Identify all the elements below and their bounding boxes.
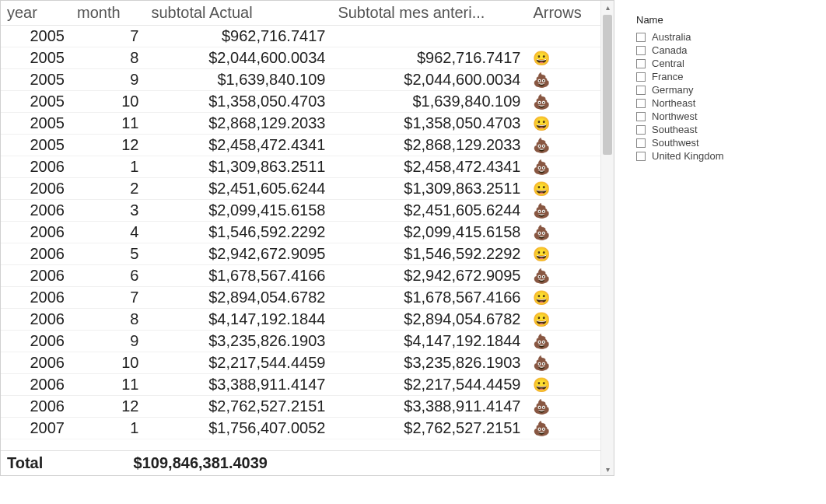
col-header-year[interactable]: year: [1, 1, 71, 26]
table-row[interactable]: 200612$2,762,527.2151$3,388,911.4147💩: [1, 396, 601, 418]
filter-item-label: Northeast: [652, 97, 695, 109]
cell-month: 9: [71, 331, 145, 352]
checkbox-icon[interactable]: [636, 72, 646, 82]
table-row[interactable]: 20062$2,451,605.6244$1,309,863.2511😀: [1, 178, 601, 200]
cell-year: 2005: [1, 135, 71, 156]
cell-arrow-icon: 😀: [527, 287, 601, 309]
checkbox-icon[interactable]: [636, 99, 646, 108]
filter-item[interactable]: Germany: [636, 83, 807, 96]
cell-arrow-icon: 😀: [527, 374, 601, 396]
cell-prev: $2,868,129.2033: [331, 135, 527, 156]
table-row[interactable]: 200511$2,868,129.2033$1,358,050.4703😀: [1, 113, 601, 135]
table-row[interactable]: 20068$4,147,192.1844$2,894,054.6782😀: [1, 309, 601, 331]
col-header-prev[interactable]: Subtotal mes anteri...: [331, 1, 527, 26]
table-row[interactable]: 20069$3,235,826.1903$4,147,192.1844💩: [1, 331, 601, 352]
col-header-arrows[interactable]: Arrows: [527, 1, 601, 26]
filter-item[interactable]: Southwest: [636, 136, 807, 149]
total-row: Total $109,846,381.4039: [1, 450, 614, 475]
cell-prev: $1,309,863.2511: [331, 178, 527, 200]
cell-arrow-icon: 😀: [527, 178, 601, 200]
cell-actual: $962,716.7417: [145, 26, 331, 47]
checkbox-icon[interactable]: [636, 112, 646, 121]
cell-year: 2006: [1, 352, 71, 374]
table-row[interactable]: 20061$1,309,863.2511$2,458,472.4341💩: [1, 156, 601, 178]
cell-arrow-icon: [527, 26, 601, 47]
cell-year: 2007: [1, 418, 71, 439]
cell-prev: $3,388,911.4147: [331, 396, 527, 418]
cell-year: 2006: [1, 243, 71, 265]
table-row[interactable]: 200610$2,217,544.4459$3,235,826.1903💩: [1, 352, 601, 374]
scroll-down-arrow[interactable]: ▾: [601, 463, 614, 475]
cell-prev: $962,716.7417: [331, 47, 527, 69]
filter-item[interactable]: France: [636, 70, 807, 83]
total-label: Total: [7, 454, 58, 472]
cell-prev: $2,099,415.6158: [331, 222, 527, 243]
table-row[interactable]: 200510$1,358,050.4703$1,639,840.109💩: [1, 91, 601, 113]
table-header-row: year month subtotal Actual Subtotal mes …: [1, 1, 601, 26]
cell-year: 2005: [1, 113, 71, 135]
table-row[interactable]: 200512$2,458,472.4341$2,868,129.2033💩: [1, 135, 601, 156]
filter-item[interactable]: Northwest: [636, 110, 807, 123]
scroll-up-arrow[interactable]: ▴: [601, 1, 614, 13]
cell-actual: $2,762,527.2151: [145, 396, 331, 418]
table-row[interactable]: 20058$2,044,600.0034$962,716.7417😀: [1, 47, 601, 69]
cell-actual: $2,458,472.4341: [145, 135, 331, 156]
scroll-thumb[interactable]: [603, 15, 612, 155]
checkbox-icon[interactable]: [636, 152, 646, 161]
table-row[interactable]: 20059$1,639,840.109$2,044,600.0034💩: [1, 69, 601, 91]
cell-year: 2006: [1, 222, 71, 243]
cell-month: 5: [71, 243, 145, 265]
checkbox-icon[interactable]: [636, 46, 646, 55]
table-row[interactable]: 20065$2,942,672.9095$1,546,592.2292😀: [1, 243, 601, 265]
checkbox-icon[interactable]: [636, 59, 646, 68]
checkbox-icon[interactable]: [636, 33, 646, 42]
filter-item[interactable]: Southeast: [636, 123, 807, 136]
cell-actual: $2,099,415.6158: [145, 200, 331, 222]
filter-item-label: United Kingdom: [652, 150, 724, 162]
filter-item[interactable]: Australia: [636, 30, 807, 44]
cell-prev: $2,217,544.4459: [331, 374, 527, 396]
cell-arrow-icon: 💩: [527, 396, 601, 418]
data-table-visual[interactable]: year month subtotal Actual Subtotal mes …: [0, 0, 614, 476]
cell-year: 2005: [1, 26, 71, 47]
cell-actual: $1,678,567.4166: [145, 265, 331, 287]
checkbox-icon[interactable]: [636, 86, 646, 95]
cell-prev: $1,358,050.4703: [331, 113, 527, 135]
vertical-scrollbar[interactable]: ▴ ▾: [600, 1, 614, 475]
col-header-month[interactable]: month: [71, 1, 145, 26]
cell-month: 3: [71, 200, 145, 222]
filter-panel: Name AustraliaCanadaCentralFranceGermany…: [636, 0, 807, 504]
cell-month: 8: [71, 309, 145, 331]
filter-item[interactable]: United Kingdom: [636, 149, 807, 163]
cell-month: 10: [71, 352, 145, 374]
table-row[interactable]: 20063$2,099,415.6158$2,451,605.6244💩: [1, 200, 601, 222]
cell-month: 12: [71, 396, 145, 418]
filter-item-label: Canada: [652, 44, 688, 56]
table-row[interactable]: 20064$1,546,592.2292$2,099,415.6158💩: [1, 222, 601, 243]
cell-month: 4: [71, 222, 145, 243]
cell-actual: $1,309,863.2511: [145, 156, 331, 178]
cell-prev: $3,235,826.1903: [331, 352, 527, 374]
filter-item[interactable]: Central: [636, 57, 807, 70]
table-row[interactable]: 20071$1,756,407.0052$2,762,527.2151💩: [1, 418, 601, 439]
cell-arrow-icon: 💩: [527, 222, 601, 243]
cell-prev: $1,678,567.4166: [331, 287, 527, 309]
cell-month: 12: [71, 135, 145, 156]
cell-year: 2006: [1, 374, 71, 396]
table-row[interactable]: 20057$962,716.7417: [1, 26, 601, 47]
col-header-actual[interactable]: subtotal Actual: [145, 1, 331, 26]
cell-month: 11: [71, 113, 145, 135]
cell-prev: $1,546,592.2292: [331, 243, 527, 265]
checkbox-icon[interactable]: [636, 138, 646, 148]
total-value: $109,846,381.4039: [112, 454, 268, 472]
cell-month: 10: [71, 91, 145, 113]
table-row[interactable]: 200611$3,388,911.4147$2,217,544.4459😀: [1, 374, 601, 396]
cell-actual: $3,235,826.1903: [145, 331, 331, 352]
checkbox-icon[interactable]: [636, 125, 646, 135]
table-row[interactable]: 20067$2,894,054.6782$1,678,567.4166😀: [1, 287, 601, 309]
filter-item[interactable]: Northeast: [636, 96, 807, 110]
filter-item[interactable]: Canada: [636, 44, 807, 57]
filter-item-label: Australia: [652, 31, 691, 43]
table-row[interactable]: 20066$1,678,567.4166$2,942,672.9095💩: [1, 265, 601, 287]
cell-arrow-icon: 💩: [527, 200, 601, 222]
